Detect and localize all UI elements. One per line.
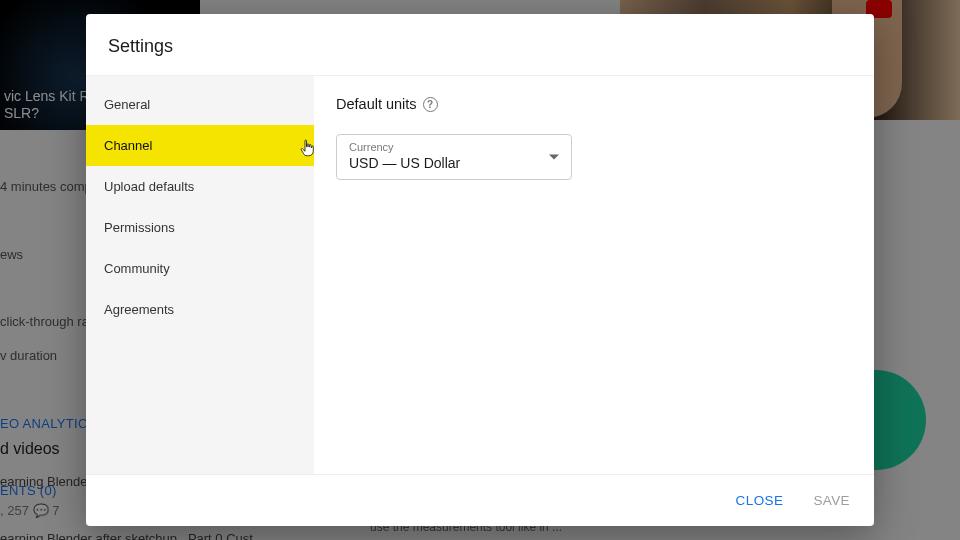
settings-sidebar: General Channel Upload defaults Permissi… xyxy=(86,76,314,474)
sidebar-item-general[interactable]: General xyxy=(86,84,314,125)
close-button[interactable]: CLOSE xyxy=(734,489,786,512)
currency-field-value: USD — US Dollar xyxy=(349,155,559,171)
chevron-down-icon xyxy=(549,155,559,160)
currency-select[interactable]: Currency USD — US Dollar xyxy=(336,134,572,180)
modal-title: Settings xyxy=(86,14,874,76)
save-button[interactable]: SAVE xyxy=(811,489,852,512)
currency-field-label: Currency xyxy=(349,141,559,153)
section-title-text: Default units xyxy=(336,96,417,112)
sidebar-item-permissions[interactable]: Permissions xyxy=(86,207,314,248)
sidebar-item-upload-defaults[interactable]: Upload defaults xyxy=(86,166,314,207)
modal-body: General Channel Upload defaults Permissi… xyxy=(86,76,874,474)
settings-content: Default units ? Currency USD — US Dollar xyxy=(314,76,874,474)
section-title: Default units ? xyxy=(336,96,852,112)
sidebar-item-community[interactable]: Community xyxy=(86,248,314,289)
help-icon[interactable]: ? xyxy=(423,97,438,112)
settings-modal: Settings General Channel Upload defaults… xyxy=(86,14,874,526)
sidebar-item-agreements[interactable]: Agreements xyxy=(86,289,314,330)
sidebar-item-channel[interactable]: Channel xyxy=(86,125,314,166)
modal-footer: CLOSE SAVE xyxy=(86,474,874,526)
